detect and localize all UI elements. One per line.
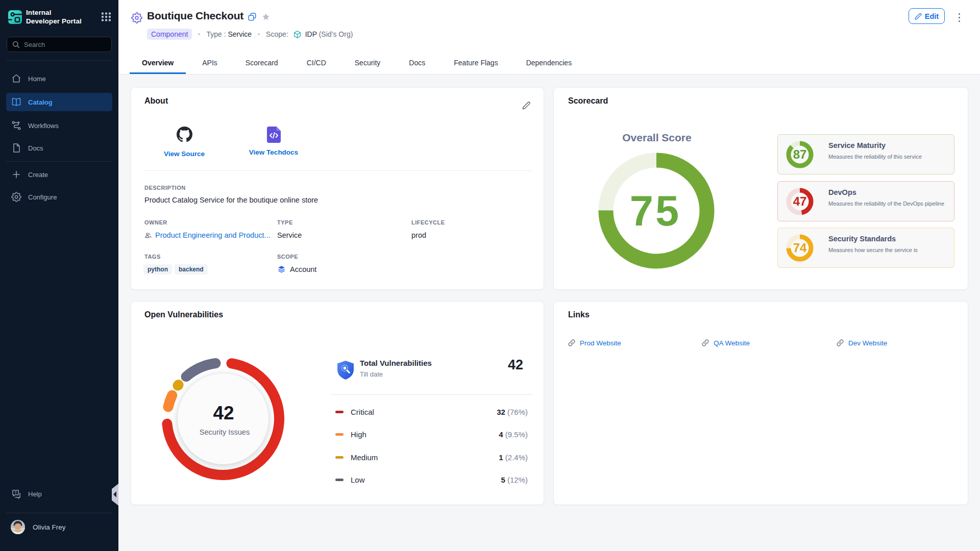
svg-text:?: ? bbox=[14, 490, 17, 495]
